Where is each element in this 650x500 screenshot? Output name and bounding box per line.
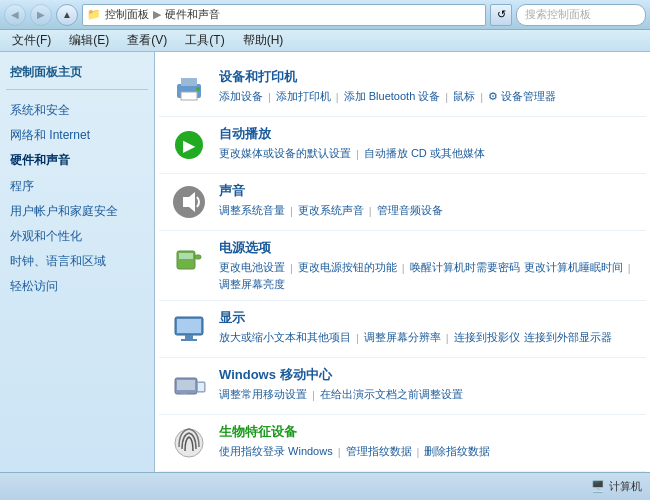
bio-content: 生物特征设备 使用指纹登录 Windows | 管理指纹数据 | 删除指纹数据 (219, 423, 636, 459)
svg-rect-12 (177, 319, 201, 333)
display-text-size[interactable]: 放大或缩小文本和其他项目 (219, 330, 351, 345)
sidebar-item-accessibility[interactable]: 轻松访问 (6, 274, 148, 299)
sidebar-item-clock[interactable]: 时钟、语言和区域 (6, 249, 148, 274)
menu-view[interactable]: 查看(V) (119, 30, 175, 51)
power-brightness[interactable]: 调整屏幕亮度 (219, 277, 285, 292)
titlebar: ◀ ▶ ▲ 📁 控制面板 ▶ 硬件和声音 ↺ 搜索控制面板 (0, 0, 650, 30)
sound-adjust-volume[interactable]: 调整系统音量 (219, 203, 285, 218)
address-part1: 控制面板 (105, 7, 149, 22)
bio-icon (169, 423, 209, 463)
sound-change-sound[interactable]: 更改系统声音 (298, 203, 364, 218)
power-title: 电源选项 (219, 239, 636, 257)
svg-rect-19 (181, 392, 187, 394)
printer-add-printer[interactable]: 添加打印机 (276, 89, 331, 104)
sidebar-item-system[interactable]: 系统和安全 (6, 98, 148, 123)
autoplay-content: 自动播放 更改媒体或设备的默认设置 | 自动播放 CD 或其他媒体 (219, 125, 636, 161)
power-sleep[interactable]: 更改计算机睡眠时间 (524, 260, 623, 275)
computer-icon: 🖥️ (591, 480, 605, 493)
mobile-content: Windows 移动中心 调整常用移动设置 | 在给出演示文档之前调整设置 (219, 366, 636, 402)
power-icon (169, 239, 209, 279)
section-power[interactable]: 电源选项 更改电池设置 | 更改电源按钮的功能 | 唤醒计算机时需要密码 更改计… (159, 231, 646, 301)
sidebar-item-appearance[interactable]: 外观和个性化 (6, 224, 148, 249)
autoplay-cd[interactable]: 自动播放 CD 或其他媒体 (364, 146, 485, 161)
bio-login[interactable]: 使用指纹登录 Windows (219, 444, 333, 459)
power-links: 更改电池设置 | 更改电源按钮的功能 | 唤醒计算机时需要密码 更改计算机睡眠时… (219, 260, 636, 292)
autoplay-links: 更改媒体或设备的默认设置 | 自动播放 CD 或其他媒体 (219, 146, 636, 161)
svg-point-3 (196, 87, 200, 91)
section-printer[interactable]: 设备和打印机 添加设备 | 添加打印机 | 添加 Bluetooth 设备 | … (159, 60, 646, 117)
svg-rect-8 (195, 255, 201, 259)
mobile-links: 调整常用移动设置 | 在给出演示文档之前调整设置 (219, 387, 636, 402)
menu-help[interactable]: 帮助(H) (235, 30, 292, 51)
svg-rect-1 (181, 78, 197, 86)
power-battery[interactable]: 更改电池设置 (219, 260, 285, 275)
display-resolution[interactable]: 调整屏幕分辨率 (364, 330, 441, 345)
address-home: 📁 (87, 8, 101, 21)
bio-title: 生物特征设备 (219, 423, 636, 441)
svg-rect-18 (198, 383, 204, 391)
svg-rect-7 (179, 253, 193, 259)
up-button[interactable]: ▲ (56, 4, 78, 26)
search-placeholder: 搜索控制面板 (525, 7, 591, 22)
sound-title: 声音 (219, 182, 636, 200)
computer-label: 计算机 (609, 479, 642, 494)
search-box[interactable]: 搜索控制面板 (516, 4, 646, 26)
back-button[interactable]: ◀ (4, 4, 26, 26)
address-bar[interactable]: 📁 控制面板 ▶ 硬件和声音 (82, 4, 486, 26)
display-icon (169, 309, 209, 349)
svg-rect-13 (185, 335, 193, 339)
sidebar-item-users[interactable]: 用户帐户和家庭安全 (6, 199, 148, 224)
display-projector[interactable]: 连接到投影仪 (454, 330, 520, 345)
nav-area: ◀ ▶ ▲ 📁 控制面板 ▶ 硬件和声音 ↺ 搜索控制面板 (4, 4, 646, 26)
menu-edit[interactable]: 编辑(E) (61, 30, 117, 51)
power-content: 电源选项 更改电池设置 | 更改电源按钮的功能 | 唤醒计算机时需要密码 更改计… (219, 239, 636, 292)
bio-manage[interactable]: 管理指纹数据 (346, 444, 412, 459)
display-title: 显示 (219, 309, 636, 327)
mobile-presentation[interactable]: 在给出演示文档之前调整设置 (320, 387, 463, 402)
svg-rect-16 (177, 380, 195, 390)
display-external[interactable]: 连接到外部显示器 (524, 330, 612, 345)
content-area: 控制面板主页 系统和安全 网络和 Internet 硬件和声音 程序 用户帐户和… (0, 52, 650, 472)
sidebar-item-programs[interactable]: 程序 (6, 174, 148, 199)
sidebar-item-hardware[interactable]: 硬件和声音 (6, 148, 148, 173)
printer-icon (169, 68, 209, 108)
menu-file[interactable]: 文件(F) (4, 30, 59, 51)
address-sep: ▶ (153, 8, 161, 21)
main-panel: 设备和打印机 添加设备 | 添加打印机 | 添加 Bluetooth 设备 | … (155, 52, 650, 472)
printer-title: 设备和打印机 (219, 68, 636, 86)
sidebar-item-network[interactable]: 网络和 Internet (6, 123, 148, 148)
section-bio[interactable]: 生物特征设备 使用指纹登录 Windows | 管理指纹数据 | 删除指纹数据 (159, 415, 646, 472)
printer-device-manager[interactable]: ⚙ 设备管理器 (488, 89, 556, 104)
sound-content: 声音 调整系统音量 | 更改系统声音 | 管理音频设备 (219, 182, 636, 218)
svg-rect-9 (179, 261, 184, 267)
power-button[interactable]: 更改电源按钮的功能 (298, 260, 397, 275)
section-display[interactable]: 显示 放大或缩小文本和其他项目 | 调整屏幕分辨率 | 连接到投影仪 连接到外部… (159, 301, 646, 358)
printer-content: 设备和打印机 添加设备 | 添加打印机 | 添加 Bluetooth 设备 | … (219, 68, 636, 104)
svg-rect-14 (181, 339, 197, 341)
sidebar: 控制面板主页 系统和安全 网络和 Internet 硬件和声音 程序 用户帐户和… (0, 52, 155, 472)
section-mobile[interactable]: Windows 移动中心 调整常用移动设置 | 在给出演示文档之前调整设置 (159, 358, 646, 415)
mobile-adjust[interactable]: 调整常用移动设置 (219, 387, 307, 402)
status-computer: 🖥️ 计算机 (591, 479, 642, 494)
display-content: 显示 放大或缩小文本和其他项目 | 调整屏幕分辨率 | 连接到投影仪 连接到外部… (219, 309, 636, 345)
bio-delete[interactable]: 删除指纹数据 (424, 444, 490, 459)
printer-add-device[interactable]: 添加设备 (219, 89, 263, 104)
power-wakeup[interactable]: 唤醒计算机时需要密码 (410, 260, 520, 275)
autoplay-change-default[interactable]: 更改媒体或设备的默认设置 (219, 146, 351, 161)
menu-tools[interactable]: 工具(T) (177, 30, 232, 51)
sound-manage-audio[interactable]: 管理音频设备 (377, 203, 443, 218)
forward-button[interactable]: ▶ (30, 4, 52, 26)
address-part2: 硬件和声音 (165, 7, 220, 22)
sound-links: 调整系统音量 | 更改系统声音 | 管理音频设备 (219, 203, 636, 218)
section-autoplay[interactable]: ▶ 自动播放 更改媒体或设备的默认设置 | 自动播放 CD 或其他媒体 (159, 117, 646, 174)
sound-icon (169, 182, 209, 222)
display-links: 放大或缩小文本和其他项目 | 调整屏幕分辨率 | 连接到投影仪 连接到外部显示器 (219, 330, 636, 345)
bio-links: 使用指纹登录 Windows | 管理指纹数据 | 删除指纹数据 (219, 444, 636, 459)
svg-rect-2 (181, 92, 197, 100)
refresh-button[interactable]: ↺ (490, 4, 512, 26)
printer-mouse[interactable]: 鼠标 (453, 89, 475, 104)
section-sound[interactable]: 声音 调整系统音量 | 更改系统声音 | 管理音频设备 (159, 174, 646, 231)
menubar: 文件(F) 编辑(E) 查看(V) 工具(T) 帮助(H) (0, 30, 650, 52)
printer-add-bluetooth[interactable]: 添加 Bluetooth 设备 (344, 89, 441, 104)
sidebar-title: 控制面板主页 (6, 60, 148, 90)
